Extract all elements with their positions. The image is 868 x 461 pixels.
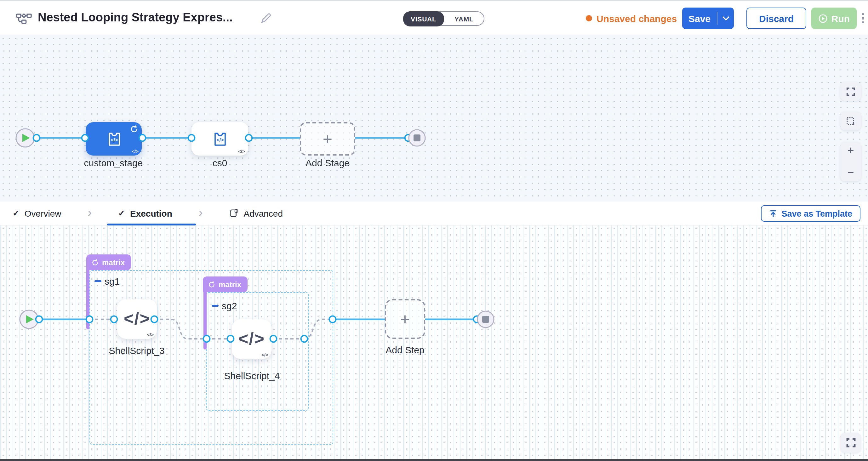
pipeline-icon bbox=[16, 11, 32, 26]
play-icon bbox=[26, 315, 34, 324]
matrix-group-bar bbox=[204, 292, 207, 349]
stepgroup-label-sg1: sg1 bbox=[94, 276, 120, 286]
toggle-yaml[interactable]: YAML bbox=[444, 12, 484, 25]
run-button-label[interactable]: Run bbox=[832, 13, 850, 24]
custom-stage-icon: </> bbox=[210, 130, 229, 149]
zoom-controls: + − bbox=[840, 142, 861, 181]
discard-button-label[interactable]: Discard bbox=[759, 13, 794, 24]
page-title: Nested Looping Strategy Expres... bbox=[38, 11, 233, 25]
code-badge-icon: </> bbox=[238, 149, 245, 154]
stop-icon bbox=[482, 316, 489, 323]
stage-section-tabbar: ✓ Overview › ✓ Execution › Advanced Save… bbox=[0, 202, 868, 225]
fullscreen-icon bbox=[846, 87, 856, 96]
unsaved-changes-status: Unsaved changes bbox=[586, 1, 677, 36]
visual-yaml-toggle[interactable]: VISUAL YAML bbox=[403, 11, 485, 26]
add-step-label: Add Step bbox=[367, 344, 443, 355]
check-icon: ✓ bbox=[118, 209, 125, 218]
stop-icon bbox=[413, 134, 421, 142]
stage-label: custom_stage bbox=[69, 157, 157, 168]
tab-overview-label: Overview bbox=[25, 208, 61, 218]
check-icon: ✓ bbox=[12, 209, 20, 218]
plus-icon: + bbox=[323, 131, 332, 147]
upload-icon bbox=[769, 209, 777, 218]
unsaved-changes-label: Unsaved changes bbox=[596, 13, 677, 24]
save-options-chevron-down-icon[interactable] bbox=[717, 16, 734, 21]
active-tab-underline bbox=[107, 223, 196, 225]
loop-icon bbox=[208, 281, 215, 288]
custom-stage-icon: </> bbox=[104, 130, 123, 149]
stage-node-custom-stage[interactable]: </> </> bbox=[86, 122, 142, 156]
code-badge-icon: </> bbox=[261, 352, 268, 358]
code-badge-icon: </> bbox=[132, 149, 138, 154]
connector-port[interactable] bbox=[36, 316, 42, 323]
pipeline-toolbar: Nested Looping Strategy Expres... VISUAL… bbox=[0, 0, 868, 35]
svg-text:</>: </> bbox=[111, 137, 118, 143]
toggle-visual[interactable]: VISUAL bbox=[403, 11, 444, 26]
step-node-shellscript-3[interactable]: </> </> bbox=[117, 299, 157, 339]
step-label: ShellScript_3 bbox=[99, 345, 175, 356]
matrix-tag-label: matrix bbox=[102, 258, 125, 267]
loop-icon bbox=[91, 258, 99, 266]
connector-port[interactable] bbox=[33, 135, 40, 142]
zoom-in-button[interactable]: + bbox=[847, 147, 854, 154]
play-icon bbox=[22, 134, 30, 142]
unsaved-dot-icon bbox=[586, 15, 592, 22]
fullscreen-icon bbox=[846, 438, 856, 448]
edit-title-pencil-icon[interactable] bbox=[259, 12, 272, 25]
save-button[interactable]: Save bbox=[682, 7, 734, 29]
stage-pipeline-canvas[interactable]: </> </> </> </> + custom_stage cs0 Add S… bbox=[0, 35, 868, 202]
stepgroup-label-sg2: sg2 bbox=[212, 300, 237, 311]
looping-strategy-icon bbox=[130, 125, 138, 133]
tab-advanced-label: Advanced bbox=[244, 208, 283, 218]
connector-port[interactable] bbox=[405, 135, 412, 142]
stepgroup-dash-icon bbox=[212, 305, 219, 307]
save-button-label[interactable]: Save bbox=[682, 13, 717, 24]
run-play-icon bbox=[818, 13, 828, 23]
execution-end-node[interactable] bbox=[477, 311, 494, 328]
tab-execution-label: Execution bbox=[130, 208, 172, 218]
matrix-group-bar bbox=[86, 270, 89, 329]
matrix-tag-label: matrix bbox=[219, 280, 241, 289]
tab-advanced[interactable]: Advanced bbox=[229, 208, 283, 218]
pipeline-end-node[interactable] bbox=[409, 130, 425, 146]
advanced-tab-icon bbox=[229, 209, 239, 218]
stepgroup-dash-icon bbox=[94, 280, 101, 282]
pipeline-start-node[interactable] bbox=[16, 129, 34, 147]
plus-icon: + bbox=[400, 311, 410, 327]
marquee-select-icon bbox=[846, 116, 856, 126]
stage-label: cs0 bbox=[182, 157, 258, 168]
step-label: ShellScript_4 bbox=[214, 370, 290, 381]
kebab-menu[interactable] bbox=[858, 10, 868, 26]
code-badge-icon: </> bbox=[147, 332, 154, 338]
stage-node-cs0[interactable]: </> </> bbox=[191, 122, 248, 156]
add-stage-button[interactable]: + bbox=[300, 122, 355, 156]
window-bottom-edge bbox=[0, 459, 868, 461]
add-step-button[interactable]: + bbox=[385, 299, 425, 339]
run-button[interactable]: Run bbox=[811, 7, 857, 29]
save-as-template-label: Save as Template bbox=[781, 209, 852, 218]
matrix-strategy-tag-sg1[interactable]: matrix bbox=[86, 254, 131, 270]
canvas-fullscreen-button[interactable] bbox=[840, 433, 861, 453]
discard-button[interactable]: Discard bbox=[746, 7, 806, 29]
chevron-separator-icon: › bbox=[88, 206, 92, 219]
execution-start-node[interactable] bbox=[20, 310, 38, 329]
chevron-separator-icon: › bbox=[199, 206, 203, 219]
canvas-fullscreen-button[interactable] bbox=[840, 82, 861, 101]
tab-execution[interactable]: ✓ Execution bbox=[118, 208, 172, 218]
step-node-shellscript-4[interactable]: </> </> bbox=[232, 319, 272, 359]
svg-text:</>: </> bbox=[216, 137, 224, 143]
marquee-select-button[interactable] bbox=[840, 112, 861, 130]
add-stage-label: Add Stage bbox=[290, 157, 365, 168]
matrix-strategy-tag-sg2[interactable]: matrix bbox=[203, 276, 248, 292]
connector-port[interactable] bbox=[474, 316, 480, 323]
zoom-out-button[interactable]: − bbox=[847, 170, 854, 176]
save-as-template-button[interactable]: Save as Template bbox=[761, 205, 861, 222]
execution-steps-canvas[interactable]: matrix sg1 matrix sg2 </> </> </> < bbox=[0, 225, 868, 459]
tab-overview[interactable]: ✓ Overview bbox=[12, 208, 61, 218]
